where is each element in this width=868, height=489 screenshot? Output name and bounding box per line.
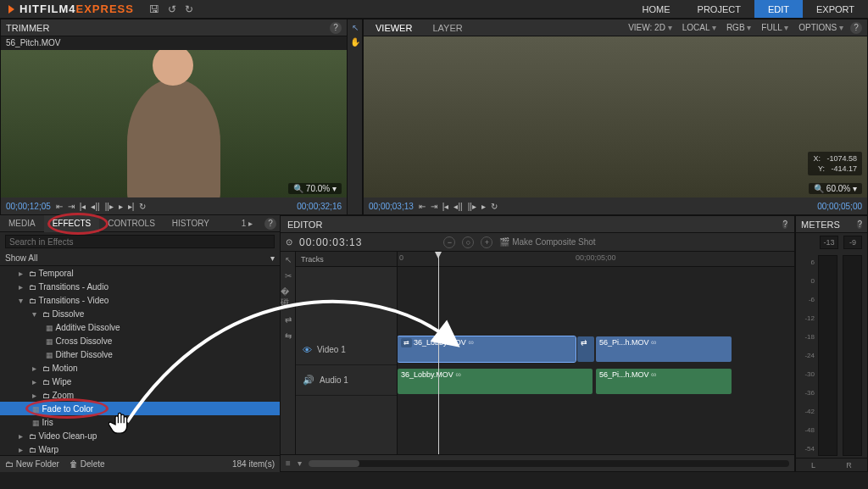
- timeline-area[interactable]: 0 00;00;05;00 ⇄36_Lobby.MOV ∞ ⇄ 56_Pi...…: [398, 252, 794, 454]
- set-in-icon[interactable]: ⇤: [56, 202, 63, 211]
- audio-clip-1[interactable]: 36_Lobby.MOV ∞: [398, 369, 593, 394]
- ed-snap-icon[interactable]: �磁: [281, 287, 295, 308]
- viewer-transport: 00;00;03;13 ⇤ ⇥ |◂ ◂|| ||▸ ▸ ↻ 00;00;05;…: [364, 197, 867, 214]
- ed-link-icon[interactable]: ⇄: [285, 315, 292, 325]
- tree-dissolve[interactable]: ▾Dissolve: [0, 307, 280, 320]
- audio-track-header[interactable]: 🔊Audio 1: [296, 365, 397, 396]
- space-dropdown[interactable]: LOCAL: [679, 23, 720, 32]
- tree-dither-dissolve[interactable]: Dither Dissolve: [0, 347, 280, 361]
- timeline-ruler[interactable]: 0 00;00;05;00: [398, 252, 794, 267]
- meters-title: METERS: [801, 219, 840, 230]
- goto-start-icon[interactable]: |◂: [80, 202, 86, 211]
- editor-timecode[interactable]: 00:00:03:13: [299, 236, 362, 248]
- nav-edit[interactable]: EDIT: [754, 0, 803, 18]
- ed-select-tool-icon[interactable]: ↖: [285, 255, 292, 264]
- v-step-back-icon[interactable]: ◂||: [453, 202, 462, 211]
- viewer-preview[interactable]: X: -1074.58 Y: -414.17 🔍 60.0% ▾: [364, 36, 867, 197]
- trimmer-preview[interactable]: 🔍 70.0% ▾: [1, 50, 347, 197]
- tree-trans-audio[interactable]: ▸Transitions - Audio: [0, 280, 280, 293]
- tab-media[interactable]: MEDIA: [0, 215, 44, 232]
- viewer-tab-layer[interactable]: LAYER: [426, 19, 469, 36]
- speaker-icon[interactable]: 🔊: [303, 375, 314, 386]
- v-play-icon[interactable]: ||▸: [468, 202, 476, 211]
- zoom-fit-button[interactable]: ○: [462, 236, 474, 248]
- nav-project[interactable]: PROJECT: [684, 0, 754, 18]
- make-composite-button[interactable]: 🎬 Make Composite Shot: [499, 237, 595, 247]
- effects-search-input[interactable]: [5, 235, 275, 248]
- v-set-in-icon[interactable]: ⇤: [419, 202, 426, 211]
- tab-overflow[interactable]: 1 ▸: [233, 215, 261, 232]
- v-goto-start-icon[interactable]: |◂: [442, 202, 449, 211]
- meter-scale: 6 0 -6 -12 -18 -24 -30 -36 -42 -48 -54: [798, 255, 815, 456]
- step-fwd-icon[interactable]: ▸: [119, 202, 123, 211]
- peak-left: -13: [820, 236, 838, 249]
- loop-icon[interactable]: ↻: [139, 202, 146, 211]
- new-folder-button[interactable]: 🗀 New Folder: [5, 459, 59, 469]
- v-set-out-icon[interactable]: ⇥: [431, 202, 437, 211]
- set-out-icon[interactable]: ⇥: [68, 202, 75, 211]
- video-track-header[interactable]: 👁Video 1: [296, 335, 397, 365]
- options-dropdown[interactable]: OPTIONS: [795, 23, 847, 32]
- video-clip-2[interactable]: 56_Pi...h.MOV ∞: [596, 336, 732, 362]
- meters-help-icon[interactable]: ?: [857, 219, 862, 229]
- editor-menu-icon[interactable]: ⊙: [286, 237, 292, 247]
- zoom-out-button[interactable]: −: [443, 236, 455, 248]
- meters-panel: METERS ? -13 -9 6 0 -6 -12 -18 -24 -30 -…: [795, 215, 868, 472]
- hand-tool-icon[interactable]: ✋: [350, 37, 360, 47]
- goto-end-icon[interactable]: ▸|: [128, 202, 135, 211]
- viewer-tc-left: 00;00;03;13: [369, 202, 414, 211]
- tree-zoom[interactable]: ▸Zoom: [0, 388, 280, 402]
- v-loop-icon[interactable]: ↻: [491, 202, 498, 211]
- video-transition-icon[interactable]: ⇄: [577, 336, 594, 362]
- trimmer-tc-left: 00;00;12;05: [6, 202, 51, 211]
- editor-tool-strip: ↖ ✂ �磁 ⇄ ⇆: [281, 252, 296, 454]
- tree-fade-to-color[interactable]: Fade to Color: [0, 402, 280, 415]
- tree-wipe[interactable]: ▸Wipe: [0, 375, 280, 388]
- eye-icon[interactable]: 👁: [303, 345, 312, 355]
- v-step-fwd-icon[interactable]: ▸: [481, 202, 486, 211]
- timeline-scrollbar[interactable]: [309, 460, 789, 467]
- step-back-icon[interactable]: ◂||: [91, 202, 99, 211]
- editor-help-icon[interactable]: ?: [782, 219, 787, 229]
- show-all-dropdown[interactable]: Show All: [5, 253, 37, 263]
- tree-additive-dissolve[interactable]: Additive Dissolve: [0, 320, 280, 334]
- nav-home[interactable]: HOME: [629, 0, 684, 18]
- tab-controls[interactable]: CONTROLS: [99, 215, 164, 232]
- effects-help-icon[interactable]: ?: [264, 218, 276, 230]
- tl-collapse-icon[interactable]: ▾: [298, 458, 302, 468]
- play-icon[interactable]: ||▸: [105, 202, 114, 211]
- tree-video-cleanup[interactable]: ▸Video Clean-up: [0, 429, 280, 442]
- viewer-tool-strip: ↖ ✋: [348, 19, 363, 215]
- redo-icon[interactable]: ↻: [185, 3, 193, 15]
- nav-export[interactable]: EXPORT: [803, 0, 868, 18]
- tree-warp[interactable]: ▸Warp: [0, 442, 280, 455]
- video-clip-1[interactable]: ⇄36_Lobby.MOV ∞: [398, 336, 576, 362]
- viewer-zoom[interactable]: 60.0%: [826, 184, 850, 193]
- tab-history[interactable]: HISTORY: [164, 215, 218, 232]
- tl-menu-icon[interactable]: ≡: [286, 458, 291, 468]
- show-all-caret-icon[interactable]: ▾: [270, 253, 275, 263]
- ed-ripple-icon[interactable]: ⇆: [285, 331, 292, 341]
- viewer-tab-viewer[interactable]: VIEWER: [369, 19, 419, 36]
- channels-dropdown[interactable]: RGB: [723, 23, 754, 32]
- tree-iris[interactable]: Iris: [0, 415, 280, 429]
- delete-button[interactable]: 🗑 Delete: [70, 459, 105, 469]
- playhead[interactable]: [438, 252, 439, 454]
- tree-temporal[interactable]: ▸Temporal: [0, 266, 280, 280]
- ed-slice-tool-icon[interactable]: ✂: [285, 271, 292, 281]
- select-tool-icon[interactable]: ↖: [352, 23, 359, 32]
- tracks-label: Tracks: [296, 252, 397, 267]
- quality-dropdown[interactable]: FULL: [758, 23, 792, 32]
- tree-cross-dissolve[interactable]: Cross Dissolve: [0, 334, 280, 347]
- save-icon[interactable]: 🖫: [149, 3, 159, 15]
- tree-trans-video[interactable]: ▾Transitions - Video: [0, 293, 280, 307]
- trimmer-zoom[interactable]: 70.0%: [306, 184, 330, 193]
- view-mode-dropdown[interactable]: VIEW: 2D: [625, 23, 676, 32]
- trimmer-help-icon[interactable]: ?: [330, 22, 342, 34]
- zoom-in-button[interactable]: +: [481, 236, 492, 248]
- tab-effects[interactable]: EFFECTS: [44, 215, 100, 232]
- viewer-help-icon[interactable]: ?: [850, 22, 862, 34]
- undo-icon[interactable]: ↺: [168, 3, 176, 15]
- audio-clip-2[interactable]: 56_Pi...h.MOV ∞: [596, 369, 732, 394]
- tree-motion[interactable]: ▸Motion: [0, 361, 280, 375]
